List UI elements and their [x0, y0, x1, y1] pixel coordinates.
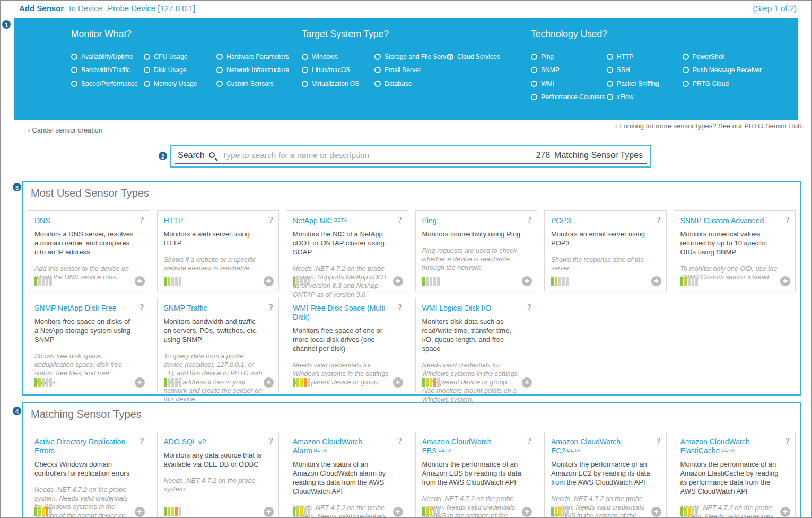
sensor-card-snmp-custom-advanced[interactable]: SNMP Custom Advanced?Monitors numerical …	[674, 210, 796, 291]
filter-option-packet-sniffing[interactable]: Packet Sniffing	[607, 77, 680, 91]
filter-option-windows[interactable]: Windows	[302, 50, 372, 64]
help-icon[interactable]: ?	[785, 215, 790, 225]
popularity-bar	[38, 277, 41, 286]
help-icon[interactable]: ?	[269, 436, 273, 446]
filter-option-email-server[interactable]: Email Server	[374, 64, 445, 77]
popularity-bar	[684, 277, 687, 286]
add-sensor-button[interactable]: +	[522, 377, 532, 388]
help-icon[interactable]: ?	[140, 436, 144, 446]
sensor-card-amazon-cloudwatch-ebs[interactable]: Amazon CloudWatch EBSBETA?Monitors the p…	[415, 432, 538, 518]
add-sensor-button[interactable]: +	[651, 507, 661, 517]
cancel-sensor-creation-link[interactable]: ‹Cancel sensor creation	[25, 126, 102, 134]
popularity-bar	[680, 277, 683, 286]
filter-option-custom-sensors[interactable]: Custom Sensors	[216, 77, 287, 91]
filter-option-powershell[interactable]: PowerShell	[683, 50, 756, 64]
filter-option-bandwidth-traffic[interactable]: Bandwidth/Traffic	[71, 64, 142, 77]
add-sensor-button[interactable]: +	[264, 377, 274, 388]
filter-option-cpu-usage[interactable]: CPU Usage	[144, 50, 214, 64]
sensor-card-title: WMI Logical Disk I/O	[422, 304, 522, 313]
help-icon[interactable]: ?	[269, 215, 273, 225]
filter-option-linux-macos[interactable]: Linux/macOS	[302, 64, 372, 77]
sensor-card-description: Monitors a DNS server, resolves a domain…	[34, 230, 135, 257]
add-sensor-button[interactable]: +	[522, 507, 532, 517]
filter-option-database[interactable]: Database	[374, 77, 445, 91]
popularity-gauge	[422, 507, 441, 516]
help-icon[interactable]: ?	[398, 436, 403, 446]
search-input[interactable]	[222, 151, 536, 160]
help-icon[interactable]: ?	[657, 436, 661, 446]
help-icon[interactable]: ?	[140, 215, 144, 225]
filter-option-memory-usage[interactable]: Memory Usage	[144, 77, 214, 91]
help-icon[interactable]: ?	[785, 436, 790, 446]
filter-group-target-system-type: Target System Type?WindowsLinux/macOSVir…	[302, 29, 512, 91]
sensor-card-amazon-cloudwatch-alarm[interactable]: Amazon CloudWatch AlarmBETA?Monitors the…	[286, 432, 408, 518]
sensor-card-amazon-cloudwatch-elasticache[interactable]: Amazon CloudWatch ElastiCacheBETA?Monito…	[674, 432, 796, 518]
popularity-bar	[433, 277, 436, 286]
add-sensor-button[interactable]: +	[780, 276, 790, 286]
add-sensor-button[interactable]: +	[393, 276, 403, 286]
sensor-card-snmp-netapp-disk-free[interactable]: SNMP NetApp Disk Free?Monitors free spac…	[28, 298, 150, 392]
sensor-card-snmp-traffic[interactable]: SNMP Traffic?Monitors bandwidth and traf…	[157, 298, 280, 392]
help-icon[interactable]: ?	[398, 215, 403, 225]
help-icon[interactable]: ?	[527, 303, 531, 312]
filter-option-ssh[interactable]: SSH	[607, 64, 680, 77]
filter-option-snmp[interactable]: SNMP	[531, 64, 605, 77]
sensor-card-wmi-logical-disk-i-o[interactable]: WMI Logical Disk I/O?Monitors disk data …	[415, 298, 538, 392]
add-sensor-button[interactable]: +	[393, 377, 403, 388]
filter-option-ping[interactable]: Ping	[531, 50, 605, 64]
popularity-gauge	[34, 507, 53, 516]
help-icon[interactable]: ?	[269, 303, 273, 312]
sensor-card-pop3[interactable]: POP3?Monitors an email server using POP3…	[544, 210, 667, 291]
popularity-bar	[426, 507, 429, 516]
filter-option-label: HTTP	[617, 53, 633, 60]
help-icon[interactable]: ?	[657, 215, 661, 225]
sensor-card-note: Shows if a website or a specific website…	[164, 256, 264, 273]
add-sensor-button[interactable]: +	[651, 276, 661, 286]
add-sensor-button[interactable]: +	[135, 507, 145, 517]
sensor-card-wmi-free-disk-space-multi-disk[interactable]: WMI Free Disk Space (Multi Disk)?Monitor…	[286, 298, 408, 392]
add-sensor-button[interactable]: +	[522, 276, 532, 286]
add-sensor-button[interactable]: +	[135, 276, 145, 286]
sensor-card-active-directory-replication-errors[interactable]: Active Directory Replication Errors?Chec…	[28, 432, 150, 518]
add-sensor-button[interactable]: +	[264, 507, 274, 517]
filter-option-speed-performance[interactable]: Speed/Performance	[71, 77, 142, 91]
sensor-card-http[interactable]: HTTP?Monitors a web server using HTTPSho…	[157, 210, 280, 291]
filter-option-cloud-services[interactable]: Cloud Services	[447, 50, 518, 64]
add-sensor-button[interactable]: +	[393, 507, 403, 517]
help-icon[interactable]: ?	[527, 215, 531, 225]
sensor-card-amazon-cloudwatch-ec2[interactable]: Amazon CloudWatch EC2BETA?Monitors the p…	[544, 432, 667, 518]
filter-option-xflow[interactable]: xFlow	[607, 91, 680, 104]
sensor-card-netapp-nic[interactable]: NetApp NICBETA?Monitors the NIC of a Net…	[286, 210, 408, 291]
filter-option-push-message-receiver[interactable]: Push Message Receiver	[683, 64, 756, 77]
sensor-card-description: Monitors the NIC of a NetApp cDOT or ONT…	[293, 230, 393, 257]
page-title-action: Add Sensor	[19, 4, 64, 13]
sensor-card-ado-sql-v2[interactable]: ADO SQL v2?Monitors any data source that…	[157, 432, 280, 518]
help-icon[interactable]: ?	[398, 303, 403, 312]
add-sensor-button[interactable]: +	[135, 377, 145, 388]
add-sensor-button[interactable]: +	[264, 276, 274, 286]
filter-option-performance-counters[interactable]: Performance Counters	[531, 91, 605, 104]
filter-option-storage-and-file-server[interactable]: Storage and File Server	[374, 50, 445, 64]
popularity-bar	[437, 507, 440, 516]
step-badge-4: 4	[12, 406, 22, 416]
sensor-card-title: Amazon CloudWatch EC2BETA	[551, 437, 651, 455]
sensor-card-dns[interactable]: DNS?Monitors a DNS server, resolves a do…	[28, 210, 150, 291]
add-sensor-button[interactable]: +	[780, 507, 790, 517]
radio-button-icon	[144, 81, 150, 87]
filter-option-wmi[interactable]: WMI	[531, 77, 605, 91]
filter-option-hardware-parameters[interactable]: Hardware Parameters	[216, 50, 287, 64]
popularity-bar	[562, 277, 565, 286]
sensor-hub-link[interactable]: ›Looking for more sensor types? See our …	[613, 122, 804, 130]
filter-option-disk-usage[interactable]: Disk Usage	[144, 64, 214, 77]
sensor-card-ping[interactable]: Ping?Monitors connectivity using PingPin…	[415, 210, 538, 291]
help-icon[interactable]: ?	[527, 436, 531, 446]
filter-option-prtg-cloud[interactable]: PRTG Cloud	[683, 77, 756, 91]
filter-option-network-infrastructure[interactable]: Network Infrastructure	[216, 64, 287, 77]
filter-option-availability-uptime[interactable]: Availability/Uptime	[71, 50, 142, 64]
popularity-bar	[171, 507, 174, 516]
help-icon[interactable]: ?	[140, 303, 144, 312]
radio-button-icon	[607, 81, 613, 87]
filter-option-label: WMI	[541, 80, 554, 87]
filter-option-virtualization-os[interactable]: Virtualization OS	[302, 77, 372, 91]
filter-option-http[interactable]: HTTP	[607, 50, 680, 64]
